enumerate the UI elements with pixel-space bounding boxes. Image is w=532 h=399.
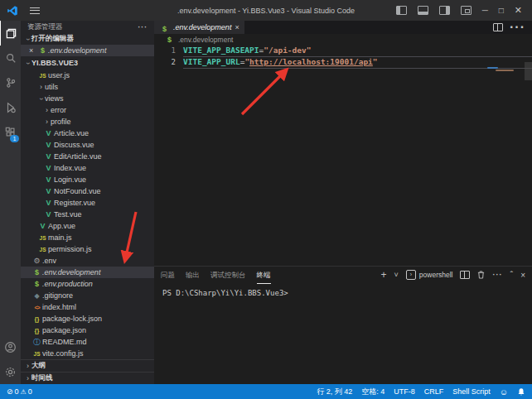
indentation[interactable]: 空格: 4 <box>361 387 384 397</box>
minimap[interactable] <box>496 70 514 71</box>
tree-item[interactable]: .env <box>21 255 154 267</box>
terminal-output[interactable]: PS D:\CSharp\Yi\Yi.BBS.Vue3> <box>154 283 532 297</box>
tree-item[interactable]: Index.vue <box>21 162 154 174</box>
new-terminal-icon[interactable] <box>381 269 387 281</box>
vue-icon <box>43 187 54 195</box>
tree-item[interactable]: README.md <box>21 336 154 348</box>
tab-terminal[interactable]: 终端 <box>257 267 271 284</box>
more-actions-icon[interactable] <box>510 20 525 35</box>
chevron-down-icon <box>24 60 31 67</box>
vue-icon <box>37 222 48 230</box>
search-icon[interactable] <box>0 46 21 70</box>
project-root-header[interactable]: YI.BBS.VUE3 <box>21 56 154 70</box>
tree-folder[interactable]: profile <box>21 116 154 127</box>
maximize-button[interactable]: □ <box>499 0 504 21</box>
chevron-right-icon <box>43 107 51 114</box>
outline-section-header[interactable]: 大纲 <box>21 359 154 372</box>
dollar-icon <box>37 46 48 55</box>
toggle-sidebar-icon[interactable] <box>396 6 407 15</box>
tree-item[interactable]: Article.vue <box>21 127 154 139</box>
tree-item[interactable]: NotFound.vue <box>21 185 154 197</box>
tree-item[interactable]: vite.config.js <box>21 348 154 359</box>
vue-icon <box>43 141 54 149</box>
customize-layout-icon[interactable] <box>461 6 472 15</box>
tree-item[interactable]: .gitignore <box>21 290 154 301</box>
tab-output[interactable]: 输出 <box>186 267 200 283</box>
info-icon <box>31 337 42 348</box>
split-terminal-icon[interactable] <box>460 271 470 279</box>
html-icon <box>31 303 42 311</box>
minimize-button[interactable]: ─ <box>482 0 488 21</box>
close-tab-icon[interactable] <box>235 23 243 31</box>
source-control-icon[interactable] <box>0 70 21 95</box>
settings-gear-icon[interactable] <box>0 359 21 384</box>
terminal-prompt: PS D:\CSharp\Yi\Yi.BBS.Vue3> <box>162 289 288 297</box>
tab-env-development[interactable]: .env.development <box>154 21 244 34</box>
close-button[interactable]: ✕ <box>515 0 522 21</box>
menu-icon[interactable] <box>30 7 40 14</box>
tree-item[interactable]: Login.vue <box>21 174 154 185</box>
tree-item[interactable]: EditArticle.vue <box>21 151 154 162</box>
terminal-instance-item[interactable]: powershell <box>406 270 453 280</box>
diamond-icon <box>31 291 42 300</box>
maximize-panel-icon[interactable] <box>510 270 513 280</box>
tree-item[interactable]: index.html <box>21 301 154 313</box>
close-icon[interactable] <box>29 46 37 55</box>
tree-item-selected[interactable]: .env.development <box>21 267 154 278</box>
open-editors-header[interactable]: 打开的编辑器 <box>21 33 154 45</box>
tree-item[interactable]: package.json <box>21 324 154 336</box>
editor-group: .env.development .env.development 1 VITE… <box>154 21 532 384</box>
scrollbar-slider[interactable] <box>525 62 532 80</box>
run-debug-icon[interactable] <box>0 95 21 120</box>
more-actions-icon[interactable] <box>492 271 502 279</box>
encoding[interactable]: UTF-8 <box>394 387 415 396</box>
cursor-position[interactable]: 行 2, 列 42 <box>317 387 352 397</box>
tree-item[interactable]: Discuss.vue <box>21 139 154 151</box>
tree-item[interactable]: Register.vue <box>21 197 154 209</box>
explorer-sidebar: 资源管理器 打开的编辑器 .env.development YI.BBS.VUE… <box>21 21 154 384</box>
feedback-icon[interactable] <box>500 387 508 397</box>
url-link[interactable]: http://localhost:19001/api <box>249 57 373 66</box>
tree-item[interactable]: .env.production <box>21 278 154 290</box>
timeline-section-header[interactable]: 时间线 <box>21 372 154 384</box>
kill-terminal-trash-icon[interactable] <box>477 271 485 279</box>
tree-item[interactable]: main.js <box>21 232 154 243</box>
toggle-secondary-sidebar-icon[interactable] <box>439 6 450 15</box>
terminal-icon <box>406 270 416 280</box>
tree-item[interactable]: permission.js <box>21 243 154 255</box>
tree-item[interactable]: package-lock.json <box>21 313 154 324</box>
more-actions-icon[interactable] <box>138 23 148 31</box>
tab-debug-console[interactable]: 调试控制台 <box>210 267 246 283</box>
tree-item[interactable]: user.js <box>21 70 154 81</box>
chevron-right-icon <box>37 84 45 91</box>
minimap[interactable] <box>487 67 498 69</box>
split-editor-icon[interactable] <box>493 23 503 31</box>
js-icon <box>31 349 42 358</box>
braces-icon <box>31 326 42 334</box>
breadcrumb[interactable]: .env.development <box>154 34 532 45</box>
terminal-dropdown-icon[interactable] <box>394 271 399 279</box>
bell-icon[interactable] <box>517 387 525 397</box>
extensions-icon[interactable]: 1 <box>0 120 21 145</box>
tree-folder[interactable]: views <box>21 93 154 104</box>
problems-status[interactable]: 0 0 <box>7 387 32 396</box>
js-icon <box>37 233 48 242</box>
account-icon[interactable] <box>0 334 21 359</box>
tree-item[interactable]: App.vue <box>21 220 154 232</box>
tree-folder[interactable]: error <box>21 104 154 116</box>
eol-sequence[interactable]: CRLF <box>424 387 444 396</box>
toggle-panel-icon[interactable] <box>418 6 428 15</box>
code-line-2: 2 VITE_APP_URL="http://localhost:19001/a… <box>154 56 532 68</box>
explorer-icon[interactable] <box>0 21 22 46</box>
dollar-icon <box>31 268 42 276</box>
tree-item[interactable]: Test.vue <box>21 209 154 220</box>
vscode-window: { "titlebar": { "title": ".env.developme… <box>0 0 532 399</box>
language-mode[interactable]: Shell Script <box>452 387 491 396</box>
open-editor-item[interactable]: .env.development <box>21 45 154 56</box>
vue-icon <box>43 199 54 207</box>
close-panel-icon[interactable] <box>520 271 525 280</box>
warning-icon <box>21 387 27 396</box>
code-editor[interactable]: 1 VITE_APP_BASEAPI="/api-dev" 2 VITE_APP… <box>154 45 532 266</box>
tab-problems[interactable]: 问题 <box>161 267 175 283</box>
tree-folder[interactable]: utils <box>21 81 154 93</box>
